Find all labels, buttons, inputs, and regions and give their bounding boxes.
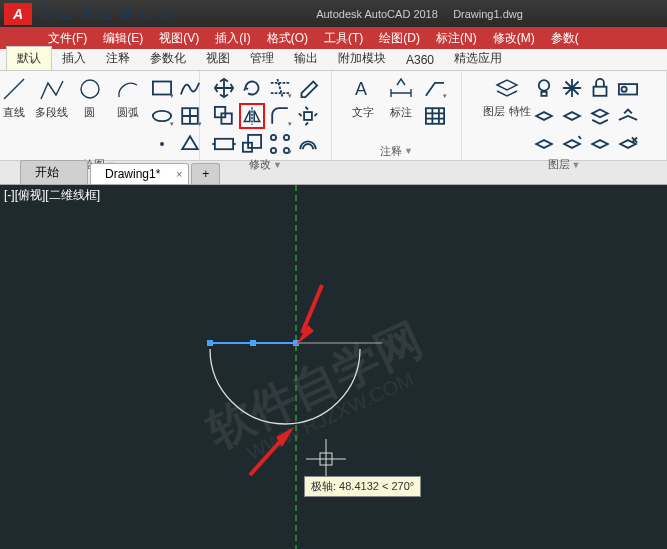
tab-featured[interactable]: 精选应用 xyxy=(444,47,512,70)
menu-insert[interactable]: 插入(I) xyxy=(207,28,258,49)
menu-tools[interactable]: 工具(T) xyxy=(316,28,371,49)
svg-line-3 xyxy=(4,79,24,99)
laycur-icon[interactable] xyxy=(559,131,585,157)
new-icon[interactable] xyxy=(37,5,55,23)
menu-view[interactable]: 视图(V) xyxy=(151,28,207,49)
layerprops-label: 图层 特性 xyxy=(483,105,530,117)
line-button[interactable]: 直线 xyxy=(0,75,31,120)
layerprops-button[interactable]: 图层 特性 xyxy=(487,75,527,117)
menu-format[interactable]: 格式(O) xyxy=(259,28,316,49)
explode-icon[interactable] xyxy=(295,103,321,129)
laymerge-icon[interactable] xyxy=(615,103,641,129)
leader-icon[interactable]: ▾ xyxy=(422,75,448,101)
close-icon[interactable]: × xyxy=(176,168,182,180)
mirror-icon[interactable] xyxy=(239,103,265,129)
freeze-icon[interactable] xyxy=(559,75,585,101)
erase-icon[interactable] xyxy=(295,75,321,101)
saveas-icon[interactable] xyxy=(97,5,115,23)
arc-button[interactable]: 圆弧 xyxy=(111,75,145,120)
doctab-new[interactable]: + xyxy=(191,163,220,184)
panel-layer: 图层 特性 图层▼ xyxy=(462,71,667,160)
menu-modify[interactable]: 修改(M) xyxy=(485,28,543,49)
save-icon[interactable] xyxy=(77,5,95,23)
layer-match-icon[interactable] xyxy=(615,75,641,101)
arrow-top xyxy=(296,285,322,345)
panel-modify-label[interactable]: 修改▼ xyxy=(249,157,282,172)
tab-view[interactable]: 视图 xyxy=(196,47,240,70)
svg-rect-5 xyxy=(152,82,170,95)
polyline-button[interactable]: 多段线 xyxy=(35,75,69,120)
tab-output[interactable]: 输出 xyxy=(284,47,328,70)
svg-rect-28 xyxy=(250,340,256,346)
svg-point-16 xyxy=(283,135,288,140)
doctab-start[interactable]: 开始 xyxy=(20,160,88,184)
laydel-icon[interactable] xyxy=(615,131,641,157)
table-icon[interactable] xyxy=(422,103,448,129)
app-logo: A xyxy=(4,3,32,25)
menu-draw[interactable]: 绘图(D) xyxy=(371,28,428,49)
layiso-icon[interactable] xyxy=(587,103,613,129)
panel-annot-label[interactable]: 注释▼ xyxy=(380,142,413,160)
tab-manage[interactable]: 管理 xyxy=(240,47,284,70)
region-icon[interactable] xyxy=(177,131,203,157)
line-icon xyxy=(0,75,28,103)
fillet-icon[interactable]: ▾ xyxy=(267,103,293,129)
circle-button[interactable]: 圆 xyxy=(73,75,107,120)
lock-icon[interactable] xyxy=(587,75,613,101)
redo-icon[interactable] xyxy=(157,5,175,23)
menu-param[interactable]: 参数( xyxy=(543,28,587,49)
tab-a360[interactable]: A360 xyxy=(396,50,444,70)
svg-rect-2 xyxy=(123,8,128,12)
array-icon[interactable]: ▾ xyxy=(267,131,293,157)
stretch-icon[interactable] xyxy=(211,131,237,157)
tab-insert[interactable]: 插入 xyxy=(52,47,96,70)
draw-small: ▾ ▾ ▾ xyxy=(149,75,203,157)
undo-icon[interactable] xyxy=(137,5,155,23)
ribbon: 直线 多段线 圆 圆弧 ▾ ▾ ▾ 绘图▼ xyxy=(0,71,667,161)
layon-icon[interactable] xyxy=(531,103,557,129)
menu-dim[interactable]: 标注(N) xyxy=(428,28,485,49)
point-icon[interactable] xyxy=(149,131,175,157)
hatch-icon[interactable]: ▾ xyxy=(177,103,203,129)
trim-icon[interactable]: ▾ xyxy=(267,75,293,101)
layoff-icon[interactable] xyxy=(559,103,585,129)
tab-default[interactable]: 默认 xyxy=(6,46,52,70)
text-label: 文字 xyxy=(352,105,374,120)
svg-point-17 xyxy=(270,148,275,153)
layprev-icon[interactable] xyxy=(587,131,613,157)
menu-edit[interactable]: 编辑(E) xyxy=(95,28,151,49)
copy-icon[interactable] xyxy=(211,103,237,129)
doctab-drawing1[interactable]: Drawing1*× xyxy=(90,163,189,184)
dim-label: 标注 xyxy=(390,105,412,120)
circle-label: 圆 xyxy=(84,105,95,120)
arc-icon xyxy=(114,75,142,103)
dim-button[interactable]: 标注 xyxy=(384,75,418,120)
offset-icon[interactable] xyxy=(295,131,321,157)
bulb-icon[interactable] xyxy=(531,75,557,101)
app-name: Autodesk AutoCAD 2018 xyxy=(316,8,438,20)
menu-bar: 文件(F) 编辑(E) 视图(V) 插入(I) 格式(O) 工具(T) 绘图(D… xyxy=(0,27,667,49)
ellipse-icon[interactable]: ▾ xyxy=(149,103,175,129)
print-icon[interactable] xyxy=(117,5,135,23)
open-icon[interactable] xyxy=(57,5,75,23)
move-icon[interactable] xyxy=(211,75,237,101)
tab-parametric[interactable]: 参数化 xyxy=(140,47,196,70)
spline-icon[interactable] xyxy=(177,75,203,101)
app-title: Autodesk AutoCAD 2018 Drawing1.dwg xyxy=(176,8,663,20)
panel-layer-label[interactable]: 图层▼ xyxy=(548,157,581,172)
text-button[interactable]: A 文字 xyxy=(346,75,380,120)
svg-point-24 xyxy=(622,87,627,92)
tab-addins[interactable]: 附加模块 xyxy=(328,47,396,70)
text-icon: A xyxy=(349,75,377,103)
drawing-canvas[interactable]: [-][俯视][二维线框] 软件自学网 WWW.RJZXW.COM 极轴: 48… xyxy=(0,185,667,549)
rotate-icon[interactable] xyxy=(239,75,265,101)
polyline-icon xyxy=(38,75,66,103)
panel-modify: ▾ ▾ ▾ 修改▼ xyxy=(200,71,332,160)
svg-rect-12 xyxy=(214,139,232,149)
tab-annotate[interactable]: 注释 xyxy=(96,47,140,70)
scale-icon[interactable] xyxy=(239,131,265,157)
panel-annotate: A 文字 标注 ▾ 注释▼ xyxy=(332,71,462,160)
laywalk-icon[interactable] xyxy=(531,131,557,157)
rect-icon[interactable]: ▾ xyxy=(149,75,175,101)
dim-icon xyxy=(387,75,415,103)
